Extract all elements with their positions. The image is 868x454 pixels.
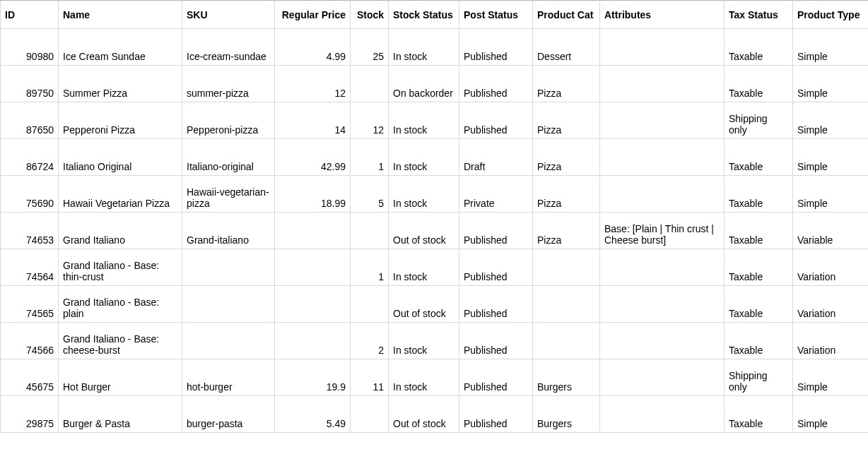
cell-name: Hawaii Vegetarian Pizza [59,176,182,213]
cell-stock_status: In stock [389,102,459,139]
cell-id: 90980 [1,29,59,66]
cell-tax_status: Taxable [725,323,793,359]
cell-name: Italiano Original [59,139,182,176]
cell-stock [351,66,389,102]
cell-attributes [600,102,725,139]
cell-stock_status: In stock [389,323,459,359]
cell-stock [351,286,389,323]
table-row: 74653Grand ItalianoGrand-italianoOut of … [1,213,869,249]
table-row: 74565Grand Italiano - Base: plainOut of … [1,286,869,323]
col-header-name: Name [59,1,182,29]
cell-sku: Italiano-original [182,139,275,176]
cell-stock_status: Out of stock [389,213,459,249]
cell-regular_price: 14 [275,102,351,139]
cell-post_status: Published [459,396,533,433]
cell-product_cat [533,286,600,323]
col-header-post-status: Post Status [459,1,533,29]
cell-id: 45675 [1,359,59,396]
cell-name: Pepperoni Pizza [59,102,182,139]
cell-stock: 5 [351,176,389,213]
table-row: 90980Ice Cream SundaeIce-cream-sundae4.9… [1,29,869,66]
cell-stock: 12 [351,102,389,139]
cell-product_cat: Pizza [533,102,600,139]
cell-id: 74566 [1,323,59,359]
cell-product_cat: Dessert [533,29,600,66]
cell-tax_status: Taxable [725,29,793,66]
cell-product_cat: Pizza [533,66,600,102]
table-row: 29875Burger & Pastaburger-pasta5.49Out o… [1,396,869,433]
cell-stock: 1 [351,249,389,286]
cell-regular_price [275,249,351,286]
cell-name: Grand Italiano [59,213,182,249]
cell-sku: hot-burger [182,359,275,396]
cell-product_type: Simple [793,66,869,102]
table-row: 74566Grand Italiano - Base: cheese-burst… [1,323,869,359]
cell-regular_price: 18.99 [275,176,351,213]
cell-attributes [600,249,725,286]
cell-stock: 11 [351,359,389,396]
cell-tax_status: Shipping only [725,102,793,139]
cell-id: 87650 [1,102,59,139]
cell-product_cat: Pizza [533,213,600,249]
cell-regular_price: 12 [275,66,351,102]
cell-stock_status: In stock [389,139,459,176]
cell-product_type: Simple [793,139,869,176]
cell-post_status: Published [459,213,533,249]
cell-sku [182,249,275,286]
cell-sku: Ice-cream-sundae [182,29,275,66]
table-row: 89750Summer Pizzasummer-pizza12On backor… [1,66,869,102]
cell-name: Grand Italiano - Base: plain [59,286,182,323]
cell-tax_status: Taxable [725,66,793,102]
table-body: 90980Ice Cream SundaeIce-cream-sundae4.9… [1,29,869,433]
cell-product_type: Simple [793,176,869,213]
cell-product_type: Variation [793,323,869,359]
col-header-sku: SKU [182,1,275,29]
products-table: ID Name SKU Regular Price Stock Stock St… [0,0,868,433]
cell-product_type: Simple [793,359,869,396]
cell-post_status: Published [459,359,533,396]
table-row: 45675Hot Burgerhot-burger19.911In stockP… [1,359,869,396]
cell-product_cat: Burgers [533,396,600,433]
cell-name: Summer Pizza [59,66,182,102]
cell-tax_status: Taxable [725,139,793,176]
cell-regular_price [275,286,351,323]
cell-post_status: Published [459,323,533,359]
cell-product_cat: Pizza [533,139,600,176]
cell-post_status: Published [459,249,533,286]
cell-sku: summer-pizza [182,66,275,102]
cell-tax_status: Taxable [725,286,793,323]
cell-attributes [600,323,725,359]
cell-name: Grand Italiano - Base: thin-crust [59,249,182,286]
table-row: 86724Italiano OriginalItaliano-original4… [1,139,869,176]
cell-attributes [600,286,725,323]
cell-id: 74564 [1,249,59,286]
table-row: 87650Pepperoni PizzaPepperoni-pizza1412I… [1,102,869,139]
cell-regular_price: 42.99 [275,139,351,176]
cell-product_cat: Pizza [533,176,600,213]
cell-product_type: Variation [793,286,869,323]
cell-tax_status: Taxable [725,213,793,249]
col-header-stock: Stock [351,1,389,29]
cell-attributes [600,66,725,102]
cell-attributes [600,359,725,396]
cell-name: Ice Cream Sundae [59,29,182,66]
cell-sku: burger-pasta [182,396,275,433]
cell-tax_status: Taxable [725,176,793,213]
cell-stock_status: In stock [389,359,459,396]
cell-attributes [600,29,725,66]
cell-sku: Grand-italiano [182,213,275,249]
col-header-id: ID [1,1,59,29]
cell-attributes [600,139,725,176]
cell-stock [351,396,389,433]
cell-stock_status: In stock [389,249,459,286]
cell-regular_price: 5.49 [275,396,351,433]
cell-regular_price: 19.9 [275,359,351,396]
cell-attributes: Base: [Plain | Thin crust | Cheese burst… [600,213,725,249]
cell-regular_price [275,323,351,359]
cell-id: 89750 [1,66,59,102]
cell-id: 29875 [1,396,59,433]
cell-name: Grand Italiano - Base: cheese-burst [59,323,182,359]
cell-stock_status: In stock [389,176,459,213]
cell-stock: 2 [351,323,389,359]
cell-tax_status: Shipping only [725,359,793,396]
